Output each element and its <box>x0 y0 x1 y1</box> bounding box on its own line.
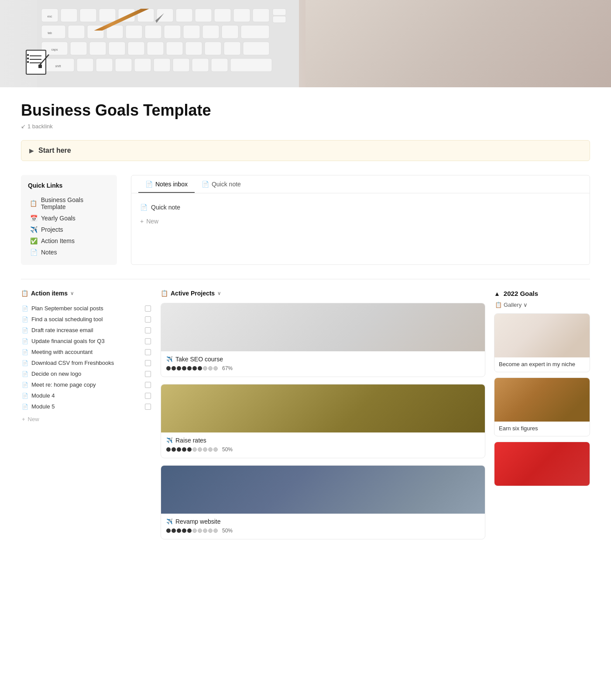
notes-item-quick-note[interactable]: 📄 Quick note <box>138 200 583 214</box>
tab-quick-note-label: Quick note <box>212 181 241 188</box>
action-items-new-button[interactable]: + New <box>21 414 152 425</box>
svg-rect-33 <box>224 42 240 55</box>
progress-pct-0: 67% <box>222 365 233 371</box>
dot-2-4 <box>187 528 192 533</box>
notes-item-label: Quick note <box>151 204 180 211</box>
section-divider <box>21 279 590 279</box>
action-item-label-8: Module 4 <box>31 392 141 399</box>
action-item-checkbox-8[interactable] <box>145 393 151 399</box>
project-title-2: Revamp website <box>175 518 221 525</box>
action-item-checkbox-0[interactable] <box>145 305 151 312</box>
svg-rect-34 <box>243 42 269 55</box>
tab-quick-note[interactable]: 📄 Quick note <box>195 175 248 193</box>
quick-link-icon-3: ✅ <box>30 237 38 244</box>
action-item-checkbox-4[interactable] <box>145 349 151 355</box>
action-items-header[interactable]: 📋 Action items ∨ <box>21 290 152 297</box>
backlink[interactable]: ↙ 1 backlink <box>21 123 590 130</box>
action-item-8[interactable]: 📄 Module 4 <box>21 390 152 401</box>
action-item-checkbox-6[interactable] <box>145 371 151 377</box>
action-item-label-3: Update financial goals for Q3 <box>31 338 141 344</box>
project-icon-2: ✈️ <box>166 518 173 525</box>
action-item-1[interactable]: 📄 Find a social scheduling tool <box>21 314 152 325</box>
action-item-checkbox-2[interactable] <box>145 327 151 333</box>
svg-rect-38 <box>115 58 132 72</box>
project-card-1[interactable]: ✈️ Raise rates <box>161 384 485 458</box>
quick-link-business-goals[interactable]: 📋 Business Goals Template <box>28 194 110 213</box>
new-item-plus-icon: + <box>22 416 25 422</box>
callout-arrow-icon: ▶ <box>29 147 34 154</box>
project-card-0[interactable]: ✈️ Take SEO course <box>161 303 485 377</box>
start-here-callout[interactable]: ▶ Start here <box>21 140 590 161</box>
quick-link-action-items[interactable]: ✅ Action Items <box>28 235 110 247</box>
action-item-9[interactable]: 📄 Module 5 <box>21 401 152 412</box>
action-item-0[interactable]: 📄 Plan September social posts <box>21 303 152 314</box>
quick-link-icon-1: 📅 <box>30 215 38 222</box>
active-projects-header[interactable]: 📋 Active Projects ∨ <box>161 290 485 297</box>
svg-rect-36 <box>77 58 93 72</box>
action-item-4[interactable]: 📄 Meeting with accountant <box>21 347 152 357</box>
dot-0-0 <box>166 366 171 371</box>
dot-1-0 <box>166 447 171 452</box>
action-items-chevron: ∨ <box>70 291 74 296</box>
action-item-label-7: Meet re: home page copy <box>31 381 141 388</box>
svg-rect-10 <box>214 9 231 22</box>
main-layout: Quick Links 📋 Business Goals Template 📅 … <box>21 175 590 265</box>
action-items-title: Action items <box>31 290 68 297</box>
goal-card-img-2 <box>494 442 590 486</box>
quick-link-yearly-goals[interactable]: 📅 Yearly Goals <box>28 213 110 224</box>
goal-card-1[interactable]: Earn six figures <box>494 377 590 436</box>
dot-0-1 <box>172 366 176 371</box>
quick-link-notes[interactable]: 📄 Notes <box>28 247 110 258</box>
notes-new-icon: + <box>140 218 144 225</box>
quick-link-icon-4: 📄 <box>30 249 38 256</box>
dot-2-5 <box>192 528 197 533</box>
action-item-doc-icon-3: 📄 <box>22 338 28 344</box>
dot-0-7 <box>203 366 207 371</box>
action-item-label-9: Module 5 <box>31 403 141 410</box>
notes-content: 📄 Quick note + New <box>131 193 590 235</box>
action-item-checkbox-7[interactable] <box>145 382 151 388</box>
progress-bar-row-1: 50% <box>166 446 480 453</box>
goal-card-2[interactable] <box>494 442 590 486</box>
svg-rect-50 <box>273 16 286 23</box>
tab-notes-inbox-label: Notes inbox <box>155 181 188 188</box>
action-item-3[interactable]: 📄 Update financial goals for Q3 <box>21 336 152 347</box>
action-item-7[interactable]: 📄 Meet re: home page copy <box>21 379 152 390</box>
quick-links-panel: Quick Links 📋 Business Goals Template 📅 … <box>21 175 117 265</box>
dot-2-6 <box>198 528 202 533</box>
quick-links-title: Quick Links <box>28 182 110 189</box>
callout-label: Start here <box>38 147 71 154</box>
dot-2-0 <box>166 528 171 533</box>
goal-card-0[interactable]: Become an expert in my niche <box>494 313 590 372</box>
action-item-5[interactable]: 📄 Download CSV from Freshbooks <box>21 357 152 368</box>
tab-notes-inbox[interactable]: 📄 Notes inbox <box>138 175 195 193</box>
action-item-label-5: Download CSV from Freshbooks <box>31 360 141 366</box>
action-item-checkbox-1[interactable] <box>145 316 151 323</box>
action-item-checkbox-9[interactable] <box>145 404 151 410</box>
quick-link-label-1: Yearly Goals <box>41 215 76 222</box>
project-card-body-2: ✈️ Revamp website <box>161 514 485 539</box>
action-item-6[interactable]: 📄 Decide on new logo <box>21 368 152 379</box>
svg-rect-25 <box>70 42 87 55</box>
gallery-toggle[interactable]: 📋 Gallery ∨ <box>494 302 590 308</box>
dot-1-1 <box>172 447 176 452</box>
dot-1-7 <box>203 447 207 452</box>
notes-new-button[interactable]: + New <box>138 214 583 228</box>
quick-link-projects[interactable]: ✈️ Projects <box>28 224 110 235</box>
project-card-2[interactable]: ✈️ Revamp website <box>161 465 485 539</box>
progress-bar-row-0: 67% <box>166 365 480 371</box>
tab-quick-note-icon: 📄 <box>202 181 209 188</box>
action-item-checkbox-3[interactable] <box>145 338 151 344</box>
backlink-text: 1 backlink <box>27 123 53 130</box>
project-card-img-0 <box>161 303 485 351</box>
svg-rect-43 <box>211 58 228 72</box>
action-item-doc-icon-2: 📄 <box>22 327 28 333</box>
dot-0-6 <box>198 366 202 371</box>
dot-2-3 <box>182 528 186 533</box>
svg-rect-31 <box>185 42 202 55</box>
active-projects-column: 📋 Active Projects ∨ ✈️ Take SEO course <box>161 290 485 546</box>
notes-new-label: New <box>146 218 158 225</box>
action-item-2[interactable]: 📄 Draft rate increase email <box>21 325 152 336</box>
svg-rect-41 <box>173 58 189 72</box>
action-item-checkbox-5[interactable] <box>145 360 151 366</box>
